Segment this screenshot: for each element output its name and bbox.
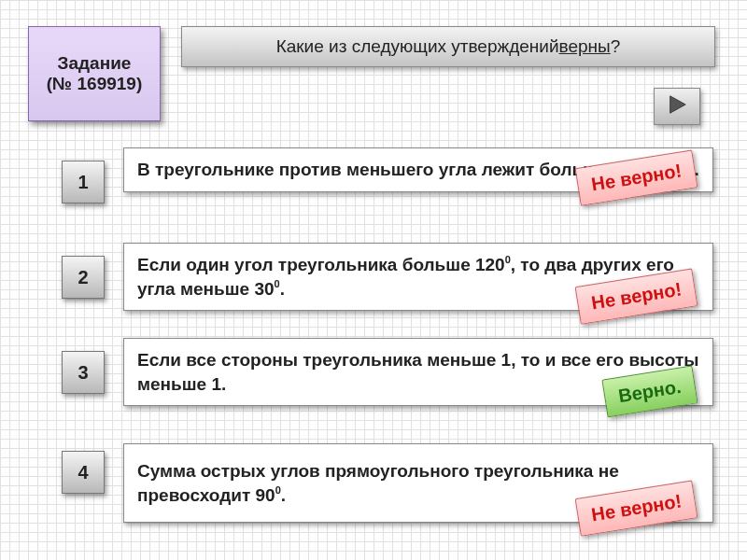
statement-row: 3 Если все стороны треугольника меньше 1… xyxy=(62,338,715,403)
arrow-right-icon xyxy=(667,94,687,119)
statement-box: Сумма острых углов прямоугольного треуго… xyxy=(123,443,713,523)
result-stamp-wrong: Не верно! xyxy=(574,269,698,325)
next-button[interactable] xyxy=(654,88,700,125)
statement-box: Если один угол треугольника больше 1200,… xyxy=(123,243,713,311)
task-label: Задание xyxy=(58,53,132,74)
option-number: 3 xyxy=(78,362,88,384)
option-number: 2 xyxy=(78,267,88,288)
svg-marker-0 xyxy=(670,96,686,113)
result-stamp-right: Верно. xyxy=(602,366,698,418)
question-prefix: Какие из следующих утверждений xyxy=(276,36,559,57)
option-button-2[interactable]: 2 xyxy=(62,256,105,299)
option-number: 1 xyxy=(78,172,88,193)
question-suffix: ? xyxy=(611,36,621,57)
option-button-3[interactable]: 3 xyxy=(62,351,105,394)
statement-text: Сумма острых углов прямоугольного треуго… xyxy=(137,461,619,505)
result-stamp-wrong: Не верно! xyxy=(574,149,698,205)
statement-row: 1 В треугольнике против меньшего угла ле… xyxy=(62,147,715,213)
question-bar: Какие из следующих утверждений верны ? xyxy=(181,26,715,67)
task-number: (№ 169919) xyxy=(47,74,143,94)
result-stamp-wrong: Не верно! xyxy=(574,481,698,537)
statement-box: В треугольнике против меньшего угла лежи… xyxy=(123,147,713,192)
task-box: Задание (№ 169919) xyxy=(28,26,161,121)
question-underline: верны xyxy=(559,36,611,57)
statement-row: 2 Если один угол треугольника больше 120… xyxy=(62,243,715,308)
statement-box: Если все стороны треугольника меньше 1, … xyxy=(123,338,713,406)
option-button-1[interactable]: 1 xyxy=(62,161,105,203)
statement-row: 4 Сумма острых углов прямоугольного треу… xyxy=(62,443,715,499)
option-button-4[interactable]: 4 xyxy=(62,451,105,494)
option-number: 4 xyxy=(78,462,88,483)
